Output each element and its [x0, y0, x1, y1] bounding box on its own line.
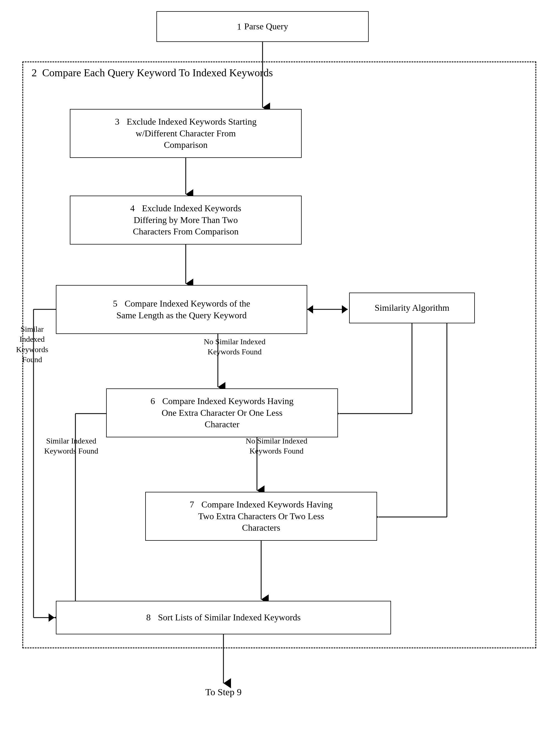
box-4-label: Exclude Indexed KeywordsDiffering by Mor… [133, 203, 241, 236]
box-6-label: Compare Indexed Keywords HavingOne Extra… [162, 396, 294, 429]
diagram-container: 1 Parse Query 2 Compare Each Query Keywo… [0, 0, 560, 733]
box-1-parse-query: 1 Parse Query [156, 11, 369, 42]
step-6-number: 6 [151, 396, 159, 406]
similarity-algorithm-label: Similarity Algorithm [375, 302, 449, 314]
label-no-similar-1: No Similar IndexedKeywords Found [201, 337, 268, 357]
box-7-label: Compare Indexed Keywords HavingTwo Extra… [198, 499, 333, 533]
box-similarity-algorithm: Similarity Algorithm [349, 292, 475, 323]
box-8-label: Sort Lists of Similar Indexed Keywords [158, 612, 301, 622]
step-5-number: 5 [113, 298, 122, 308]
box-3: 3 Exclude Indexed Keywords Startingw/Dif… [70, 109, 302, 158]
box-2-title: 2 Compare Each Query Keyword To Indexed … [32, 66, 273, 79]
step-2-number: 2 [32, 67, 42, 78]
step-3-number: 3 [115, 116, 124, 127]
box-3-label: Exclude Indexed Keywords Startingw/Diffe… [127, 116, 257, 150]
label-no-similar-2: No Similar IndexedKeywords Found [243, 436, 310, 456]
box-1-label: Parse Query [244, 21, 288, 32]
label-similar-1: Similar IndexedKeywords Found [8, 324, 56, 365]
box-5-label: Compare Indexed Keywords of theSame Leng… [116, 298, 250, 320]
step-4-number: 4 [130, 203, 139, 213]
label-similar-2: Similar IndexedKeywords Found [43, 436, 99, 456]
box-6: 6 Compare Indexed Keywords HavingOne Ext… [106, 389, 338, 437]
box-7: 7 Compare Indexed Keywords HavingTwo Ext… [145, 492, 377, 541]
box-5: 5 Compare Indexed Keywords of theSame Le… [56, 285, 307, 334]
box-4: 4 Exclude Indexed KeywordsDiffering by M… [70, 196, 302, 244]
step-8-number: 8 [146, 612, 155, 622]
step-1-number: 1 [237, 22, 241, 32]
step-7-number: 7 [190, 499, 199, 510]
box-8: 8 Sort Lists of Similar Indexed Keywords [56, 601, 391, 634]
box-2-label: Compare Each Query Keyword To Indexed Ke… [42, 67, 273, 78]
label-to-step-9: To Step 9 [182, 686, 265, 698]
